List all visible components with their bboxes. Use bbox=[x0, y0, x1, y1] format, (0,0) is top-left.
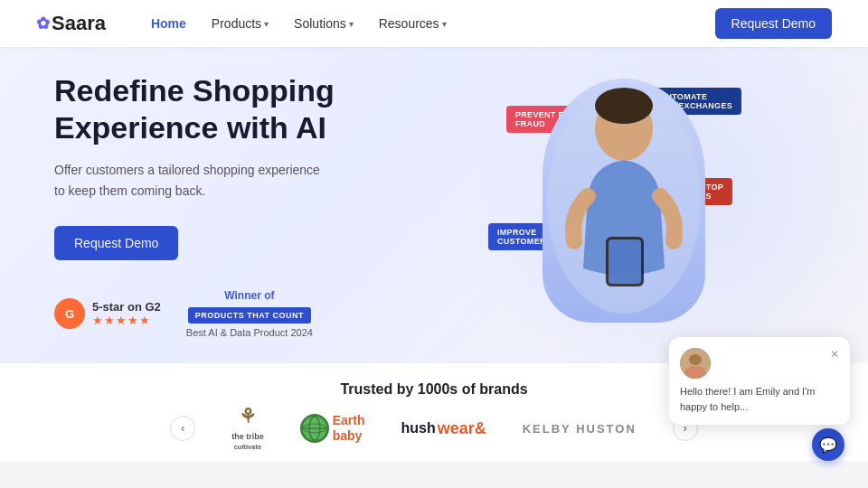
g2-logo: G bbox=[54, 298, 85, 329]
chat-bubble-button[interactable]: 💬 bbox=[812, 428, 844, 461]
kelby-huston-text: KELBY HUSTON bbox=[523, 422, 637, 436]
winner-badge: Winner of PRODUCTS THAT COUNT Best AI & … bbox=[186, 289, 313, 338]
brands-prev-button[interactable]: ‹ bbox=[170, 416, 195, 441]
nav-item-solutions[interactable]: Solutions ▾ bbox=[285, 11, 363, 36]
hero-badges: G 5-star on G2 ★★★★★ Winner of PRODUCTS … bbox=[54, 289, 434, 338]
nav-label-home: Home bbox=[151, 16, 186, 31]
g2-stars: ★★★★★ bbox=[92, 314, 161, 327]
hush-ampersand: wear& bbox=[438, 419, 486, 438]
chat-close-button[interactable]: ✕ bbox=[830, 348, 839, 361]
nav-label-solutions: Solutions bbox=[294, 16, 346, 31]
winner-description: Best AI & Data Product 2024 bbox=[186, 327, 313, 338]
nav-item-resources[interactable]: Resources ▾ bbox=[370, 11, 456, 36]
brand-logo-earth-baby: Earthbaby bbox=[300, 410, 365, 446]
hero-title: Redefine Shopping Experience with AI bbox=[54, 72, 434, 146]
logo-icon: ✿ bbox=[36, 14, 50, 33]
hush-text: hush bbox=[401, 420, 435, 436]
chevron-down-icon: ▾ bbox=[349, 19, 354, 29]
brand-logo-kelby-huston: KELBY HUSTON bbox=[523, 410, 637, 446]
hero-cta-button[interactable]: Request Demo bbox=[54, 226, 178, 260]
chat-widget-header: ✕ bbox=[680, 348, 839, 379]
nav-item-home[interactable]: Home bbox=[142, 11, 195, 36]
hero-content-left: Redefine Shopping Experience with AI Off… bbox=[54, 72, 434, 338]
chat-agent-avatar bbox=[680, 348, 711, 379]
tribe-logo-content: ⚘ the tribecultivate bbox=[231, 404, 264, 453]
chat-greeting-text: Hello there! I am Emily and I'm happy to… bbox=[680, 384, 839, 414]
svg-point-2 bbox=[595, 88, 653, 124]
earth-baby-logo-content: Earthbaby bbox=[300, 413, 365, 444]
earth-baby-icon bbox=[300, 414, 329, 443]
nav-label-products: Products bbox=[212, 16, 261, 31]
hero-section: Redefine Shopping Experience with AI Off… bbox=[0, 47, 868, 363]
logo-text: Saara bbox=[52, 12, 106, 35]
ptc-badge: PRODUCTS THAT COUNT bbox=[188, 307, 311, 324]
tribe-name: the tribecultivate bbox=[231, 432, 264, 452]
svg-rect-4 bbox=[609, 239, 641, 284]
nav-request-demo-button[interactable]: Request Demo bbox=[715, 8, 832, 39]
tribe-icon: ⚘ bbox=[231, 404, 264, 430]
g2-badge: G 5-star on G2 ★★★★★ bbox=[54, 298, 161, 329]
chat-widget: ✕ Hello there! I am Emily and I'm happy … bbox=[669, 337, 850, 425]
hush-wear-logo-content: hush wear& bbox=[401, 419, 486, 438]
hero-subtitle: Offer customers a tailored shopping expe… bbox=[54, 160, 326, 201]
hero-person-graphic: PREVENT RETURNFRAUD AUTOMATERETURNS/EXCH… bbox=[533, 79, 714, 332]
svg-point-11 bbox=[689, 354, 702, 365]
brand-logo[interactable]: ✿ Saara bbox=[36, 12, 106, 35]
nav-item-products[interactable]: Products ▾ bbox=[203, 11, 278, 36]
earth-baby-text: Earthbaby bbox=[333, 413, 365, 444]
g2-label: 5-star on G2 bbox=[92, 300, 161, 314]
winner-of-label: Winner of bbox=[186, 289, 313, 302]
nav-label-resources: Resources bbox=[379, 16, 439, 31]
brand-logo-hush-wear: hush wear& bbox=[401, 410, 486, 446]
chevron-down-icon: ▾ bbox=[442, 19, 447, 29]
brand-logo-the-tribe: ⚘ the tribecultivate bbox=[231, 410, 264, 446]
hero-title-line1: Redefine Shopping bbox=[54, 73, 335, 108]
hero-content-right: PREVENT RETURNFRAUD AUTOMATERETURNS/EXCH… bbox=[434, 61, 814, 350]
g2-info: 5-star on G2 ★★★★★ bbox=[92, 300, 161, 327]
chevron-down-icon: ▾ bbox=[264, 19, 269, 29]
nav-links: Home Products ▾ Solutions ▾ Resources ▾ bbox=[142, 11, 715, 36]
navbar: ✿ Saara Home Products ▾ Solutions ▾ Reso… bbox=[0, 0, 868, 47]
person-silhouette bbox=[542, 79, 705, 323]
hero-title-line2: Experience with AI bbox=[54, 110, 326, 145]
chat-bubble-icon: 💬 bbox=[819, 436, 837, 454]
